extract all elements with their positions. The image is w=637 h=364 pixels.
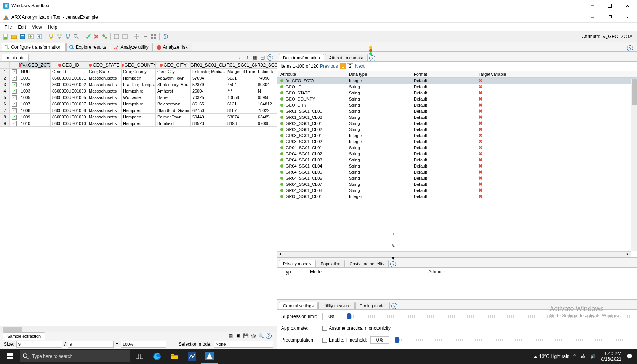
rt-help-icon[interactable]: ?	[369, 55, 375, 61]
perspective-help-icon[interactable]: ?	[627, 45, 633, 51]
import-data-icon[interactable]	[27, 33, 34, 40]
add-hierarchy-icon[interactable]	[48, 33, 54, 40]
pager-prev[interactable]: Previous	[318, 63, 339, 69]
table-cell[interactable]: 2500-	[191, 88, 226, 94]
col-header-gr01-1[interactable]: GR01_SG01_CL01	[191, 62, 226, 69]
tab-configure-transformation[interactable]: Configure transformation	[2, 43, 66, 51]
sample-dice-icon[interactable]: 🎲	[250, 333, 256, 339]
find-replace-icon[interactable]	[73, 33, 80, 40]
sort-down-icon[interactable]: ↓	[237, 54, 243, 61]
app-close-button[interactable]	[619, 11, 636, 23]
attr-hscrollbar[interactable]: ◄ ►	[277, 251, 631, 257]
table-cell[interactable]: 74096	[256, 75, 277, 81]
table-cell[interactable]: Massachusetts	[87, 75, 122, 81]
table-cell[interactable]: 62750	[191, 107, 226, 114]
tab-explore-results[interactable]: Explore results	[66, 43, 110, 51]
attr-row[interactable]: GR04_SG01_CL08StringDefault✖	[277, 187, 637, 193]
col-header-gr01-2[interactable]: GR01_SG01_CL02	[226, 62, 256, 69]
table-cell[interactable]: 5131	[226, 75, 256, 81]
table-cell[interactable]: 95958	[256, 94, 277, 101]
table-cell[interactable]: N	[256, 88, 277, 94]
app-maximize-button[interactable]	[601, 11, 619, 23]
col-header-geo-zcta[interactable]: ï»¿GEO_ZCTA	[19, 62, 51, 69]
checkmark-icon[interactable]	[85, 33, 91, 40]
menu-edit[interactable]: Edit	[15, 24, 29, 30]
attr-row[interactable]: ï»¿GEO_ZCTAIntegerDefault✖	[277, 78, 637, 84]
table-cell[interactable]: Amherst	[156, 88, 191, 94]
start-button[interactable]	[1, 349, 19, 364]
table-cell[interactable]: 6131	[226, 101, 256, 107]
attr-row[interactable]: GR04_SG01_CL03StringDefault✖	[277, 157, 637, 163]
tab-attribute-metadata[interactable]: Attribute metadata	[325, 54, 368, 61]
table-cell[interactable]: Estimate; Media…	[191, 69, 226, 75]
table-cell[interactable]: Massachusetts	[87, 101, 122, 107]
table-cell[interactable]: Worcester	[122, 94, 156, 101]
table-cell[interactable]: 8600000US01010	[51, 120, 87, 127]
edge-icon[interactable]	[149, 349, 165, 364]
table-cell[interactable]: 8600000US01003	[51, 88, 87, 94]
size-input-2[interactable]	[68, 341, 114, 348]
tab-general-settings[interactable]: General settings	[279, 302, 318, 309]
attr-row[interactable]: GEO_STATEStringDefault✖	[277, 90, 637, 96]
table-cell[interactable]: 1007	[19, 101, 51, 107]
table-cell[interactable]: 10858	[226, 94, 256, 101]
edit-hierarchy-icon[interactable]	[56, 33, 63, 40]
layout1-icon[interactable]	[113, 33, 120, 40]
attr-row[interactable]: GEO_CITYStringDefault✖	[277, 102, 637, 108]
table-cell[interactable]: Geo; County	[122, 69, 156, 75]
row-checkbox[interactable]: ✓	[10, 107, 19, 114]
table-cell[interactable]: Palmer Town	[156, 114, 191, 120]
sandbox-maximize-button[interactable]	[601, 0, 619, 11]
enable-precomp-checkbox[interactable]: ✓ Enable. Threshold:	[322, 337, 367, 343]
table-cell[interactable]: 97098	[256, 120, 277, 127]
tab-privacy-models[interactable]: Privacy models	[279, 260, 316, 267]
play-icon[interactable]	[101, 33, 108, 40]
col-header-geo-county[interactable]: GEO_COUNTY	[122, 62, 156, 69]
table-cell[interactable]: Hampshire	[122, 88, 156, 94]
attr-row[interactable]: GR03_SG01_CL02IntegerDefault✖	[277, 139, 637, 145]
tab-coding-model[interactable]: Coding model	[355, 302, 390, 309]
row-checkbox[interactable]: ✓	[10, 120, 19, 127]
sample-extraction-tab[interactable]: Sample extraction	[3, 332, 45, 340]
attr-col-format[interactable]: Format	[411, 71, 475, 78]
task-view-icon[interactable]	[131, 349, 148, 364]
explorer-icon[interactable]	[166, 349, 183, 364]
table-cell[interactable]: Estimate; Me	[256, 69, 277, 75]
col-header-gr02-1[interactable]: GR02_SG01_…	[256, 62, 277, 69]
row-checkbox[interactable]: ✓	[10, 75, 19, 81]
input-help-icon[interactable]: ?	[267, 54, 273, 61]
attr-row[interactable]: GR01_SG01_CL02StringDefault✖	[277, 114, 637, 120]
row-checkbox[interactable]: ✓	[10, 88, 19, 94]
input-data-tab[interactable]: Input data	[2, 54, 29, 61]
row-checkbox[interactable]: ✓	[10, 69, 19, 75]
attr-row[interactable]: GR04_SG01_CL01StringDefault✖	[277, 145, 637, 151]
table-cell[interactable]: Massachusetts	[87, 120, 122, 127]
table-cell[interactable]: Agawam Town	[156, 75, 191, 81]
attr-row[interactable]: GR01_SG01_CL01StringDefault✖	[277, 108, 637, 114]
table-cell[interactable]: 58074	[226, 114, 256, 120]
attr-row[interactable]: GR04_SG01_CL06StringDefault✖	[277, 175, 637, 181]
view-table-icon[interactable]: ▦	[252, 54, 258, 61]
attr-row[interactable]: GR02_SG01_CL01StringDefault✖	[277, 120, 637, 126]
attr-row[interactable]: GEO_COUNTYStringDefault✖	[277, 96, 637, 102]
taskbar-time[interactable]: 1:40 PM	[601, 351, 621, 356]
taskbar-search[interactable]: Type here to search	[20, 350, 130, 362]
table-cell[interactable]: 8187	[226, 107, 256, 114]
table-cell[interactable]: 8600000US01008	[51, 107, 87, 114]
table-cell[interactable]: Hampshire	[122, 101, 156, 107]
attr-col-datatype[interactable]: Data type	[346, 71, 411, 78]
table-cell[interactable]: Hampden	[122, 107, 156, 114]
table-cell[interactable]: 63485	[256, 114, 277, 120]
table-cell[interactable]: 70325	[191, 94, 226, 101]
app4-icon[interactable]	[184, 349, 200, 364]
row-checkbox[interactable]: ✓	[10, 101, 19, 107]
pager-page-1[interactable]: 1	[340, 63, 346, 69]
volume-icon[interactable]: 🔊	[589, 354, 597, 359]
list-icon[interactable]	[142, 33, 149, 40]
table-cell[interactable]: Geo; City	[156, 69, 191, 75]
tab-analyze-utility[interactable]: Analyze utility	[111, 43, 152, 51]
table-cell[interactable]: Massachusetts	[87, 107, 122, 114]
sandbox-minimize-button[interactable]	[584, 0, 601, 11]
table-cell[interactable]: Hampden	[122, 120, 156, 127]
table-cell[interactable]: 104812	[256, 101, 277, 107]
